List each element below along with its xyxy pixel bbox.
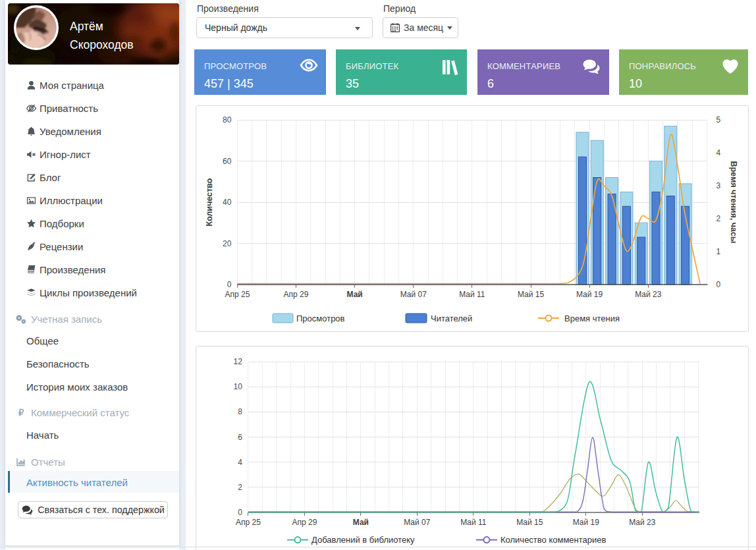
svg-text:2: 2 xyxy=(238,483,242,492)
svg-text:Май 11: Май 11 xyxy=(460,518,487,527)
svg-text:Май 19: Май 19 xyxy=(576,290,603,299)
svg-text:4: 4 xyxy=(238,458,242,467)
svg-text:80: 80 xyxy=(223,115,232,124)
svg-text:Май 19: Май 19 xyxy=(573,518,600,527)
svg-text:Апр 25: Апр 25 xyxy=(236,518,261,527)
svg-text:8: 8 xyxy=(238,407,242,416)
svg-text:Апр 25: Апр 25 xyxy=(225,290,250,299)
svg-text:Май 11: Май 11 xyxy=(459,290,485,299)
svg-text:Время чтения, часы: Время чтения, часы xyxy=(729,161,738,243)
svg-text:Добавлений в библиотеку: Добавлений в библиотеку xyxy=(311,535,415,545)
svg-text:Май 15: Май 15 xyxy=(516,518,543,527)
svg-text:20: 20 xyxy=(223,239,232,248)
svg-text:5: 5 xyxy=(716,115,721,124)
svg-text:Апр 29: Апр 29 xyxy=(292,518,317,527)
svg-text:0: 0 xyxy=(238,508,242,517)
svg-text:60: 60 xyxy=(223,157,232,166)
svg-text:Май: Май xyxy=(353,518,369,527)
svg-text:Апр 29: Апр 29 xyxy=(284,290,309,299)
svg-text:Время чтения: Время чтения xyxy=(564,314,620,323)
svg-text:3: 3 xyxy=(716,181,721,190)
svg-text:Количество: Количество xyxy=(205,178,214,226)
svg-text:Май 15: Май 15 xyxy=(518,290,545,299)
svg-text:4: 4 xyxy=(716,148,721,157)
svg-text:12: 12 xyxy=(234,357,243,366)
svg-text:Май 07: Май 07 xyxy=(400,290,427,299)
svg-text:Май 23: Май 23 xyxy=(635,290,662,299)
svg-text:0: 0 xyxy=(227,280,232,289)
svg-text:10: 10 xyxy=(234,382,243,391)
svg-text:1: 1 xyxy=(716,247,721,256)
svg-text:2: 2 xyxy=(716,214,721,223)
svg-text:Читателей: Читателей xyxy=(431,314,472,323)
svg-text:Май 23: Май 23 xyxy=(629,518,656,527)
svg-text:40: 40 xyxy=(223,198,232,207)
svg-text:6: 6 xyxy=(238,433,242,442)
svg-text:Май 07: Май 07 xyxy=(404,518,431,527)
svg-text:Май: Май xyxy=(346,290,362,299)
svg-text:Просмотров: Просмотров xyxy=(296,314,345,323)
svg-text:0: 0 xyxy=(716,280,721,289)
svg-text:Количество комментариев: Количество комментариев xyxy=(500,535,607,545)
